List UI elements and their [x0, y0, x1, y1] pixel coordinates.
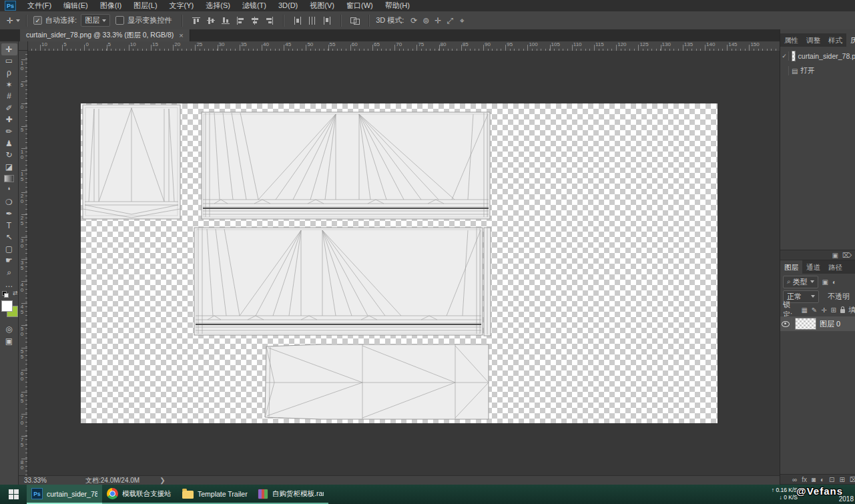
history-snapshot-row[interactable]: ✓ curtain_sider_78.p	[780, 49, 855, 63]
taskbar-item-photoshop[interactable]: Pscurtain_sider_78.p...	[27, 485, 102, 504]
new-snapshot-icon[interactable]: ▣	[832, 252, 838, 259]
history-brush-source-box[interactable]	[780, 66, 789, 75]
distribute-vertical-centers-icon[interactable]	[306, 15, 319, 27]
tool-preset-chevron-icon[interactable]	[16, 19, 20, 22]
rectangle-tool[interactable]: ▢	[1, 243, 17, 255]
ruler-origin-corner[interactable]	[19, 41, 28, 51]
lock-pixels-icon[interactable]: ✎	[812, 306, 817, 314]
history-brush-source-box[interactable]: ✓	[780, 51, 789, 61]
type-tool[interactable]: T	[1, 220, 17, 232]
3d-drag-icon[interactable]: ✛	[432, 16, 444, 25]
distribute-top-edges-icon[interactable]	[291, 15, 304, 27]
network-speed-monitor[interactable]: ↑ 0.16 K/S ↓ 0 K/S	[772, 487, 798, 501]
spot-healing-brush-tool[interactable]: ✚	[1, 114, 17, 126]
delete-state-icon[interactable]: ⌦	[842, 252, 852, 259]
zoom-tool[interactable]: ⌕	[1, 266, 17, 278]
quick-mask-button[interactable]: ◎	[1, 323, 17, 335]
magic-wand-tool[interactable]: ✶	[1, 79, 17, 91]
screen-mode-button[interactable]: ▣	[1, 335, 17, 347]
panel-tab-0[interactable]: 属性	[780, 33, 802, 47]
lock-position-icon[interactable]: ✛	[821, 306, 826, 314]
history-state-row[interactable]: ▤ 打开	[780, 64, 855, 77]
link-layers-icon[interactable]: ∞	[792, 476, 797, 483]
zoom-level-field[interactable]: 33.33%	[24, 477, 59, 484]
show-transform-checkbox[interactable]	[115, 16, 124, 25]
layers-tab-1[interactable]: 通道	[802, 260, 824, 274]
lock-transparency-icon[interactable]: ▦	[801, 306, 807, 314]
pen-tool[interactable]: ✒	[1, 208, 17, 220]
canvas-work-area[interactable]	[28, 51, 780, 475]
default-colors-icon[interactable]	[2, 291, 9, 297]
menu-item-4[interactable]: 文字(Y)	[164, 0, 200, 11]
3d-scale-icon[interactable]: ⌖	[456, 16, 468, 25]
left-ruler[interactable]: 10505101520253035404550556065707580	[19, 51, 28, 475]
foreground-color-swatch[interactable]	[1, 300, 13, 312]
panel-tab-3[interactable]: 历史记录	[846, 33, 855, 47]
menu-item-0[interactable]: 文件(F)	[21, 0, 57, 11]
path-selection-tool[interactable]: ↖	[1, 232, 17, 244]
auto-select-checkbox[interactable]: ✓	[33, 16, 42, 25]
3d-rotate-icon[interactable]: ⟳	[408, 16, 420, 25]
crop-tool[interactable]: #	[1, 90, 17, 102]
layer-group-icon[interactable]: ⊡	[829, 476, 834, 483]
edit-toolbar-button[interactable]: …	[1, 278, 17, 290]
menu-item-2[interactable]: 图像(I)	[94, 0, 127, 11]
taskbar-item-winrar[interactable]: 自购货柜模板.rar	[253, 485, 328, 504]
document-tab[interactable]: curtain_sider_78.png @ 33.3% (图层 0, RGB/…	[20, 29, 190, 41]
move-tool[interactable]: ✛	[1, 43, 17, 55]
adjustment-layer-icon[interactable]: ◐	[820, 476, 824, 483]
status-options-arrow-icon[interactable]: ❯	[160, 477, 165, 484]
3d-roll-icon[interactable]: ⊚	[420, 16, 432, 25]
new-layer-icon[interactable]: ⊞	[839, 476, 844, 483]
gradient-tool[interactable]	[1, 173, 17, 185]
panel-tab-1[interactable]: 调整	[802, 33, 824, 47]
delete-layer-icon[interactable]: ⌦	[850, 476, 855, 483]
app-icon[interactable]: Ps	[5, 1, 16, 11]
filter-adjustment-layers-icon[interactable]: ◐	[832, 278, 836, 286]
menu-item-8[interactable]: 视图(V)	[304, 0, 340, 11]
eraser-tool[interactable]: ◪	[1, 161, 17, 173]
filter-pixel-layers-icon[interactable]: ▣	[822, 278, 828, 286]
blur-tool[interactable]: ❛	[1, 184, 17, 196]
menu-item-5[interactable]: 选择(S)	[200, 0, 236, 11]
start-button[interactable]	[0, 485, 27, 504]
layer-filter-dropdown[interactable]: ⌕ 类型	[783, 276, 818, 288]
eyedropper-tool[interactable]: ✐	[1, 102, 17, 114]
brush-tool[interactable]: ✏	[1, 125, 17, 138]
menu-item-1[interactable]: 编辑(E)	[57, 0, 94, 11]
align-horizontal-centers-icon[interactable]	[248, 15, 262, 27]
auto-align-layers-icon[interactable]	[348, 15, 362, 27]
align-top-edges-icon[interactable]	[190, 15, 203, 27]
menu-item-7[interactable]: 3D(D)	[272, 0, 304, 11]
history-brush-tool[interactable]: ↻	[1, 149, 17, 161]
menu-item-3[interactable]: 图层(L)	[127, 0, 163, 11]
taskbar-item-explorer[interactable]: Template Trailer ...	[178, 485, 253, 504]
lock-all-icon[interactable]	[840, 309, 845, 313]
layer-thumbnail[interactable]	[795, 318, 816, 330]
lasso-tool[interactable]: ρ	[1, 67, 17, 79]
layers-tab-2[interactable]: 路径	[824, 260, 846, 274]
layer-row[interactable]: 图层 0	[780, 316, 855, 331]
menu-item-9[interactable]: 窗口(W)	[340, 0, 379, 11]
distribute-bottom-edges-icon[interactable]	[320, 15, 334, 27]
hand-tool[interactable]: ☛	[1, 255, 17, 267]
auto-select-dropdown[interactable]: 图层	[81, 14, 110, 27]
panel-tab-2[interactable]: 样式	[824, 33, 846, 47]
3d-slide-icon[interactable]: ⤢	[444, 16, 456, 25]
taskbar-item-chrome[interactable]: 模载联合支援站 - ...	[102, 485, 178, 504]
lock-artboard-icon[interactable]: ⊞	[831, 306, 836, 314]
align-bottom-edges-icon[interactable]	[219, 15, 232, 27]
align-vertical-centers-icon[interactable]	[204, 15, 218, 27]
layers-tab-0[interactable]: 图层	[780, 260, 802, 274]
align-left-edges-icon[interactable]	[234, 15, 247, 27]
close-icon[interactable]: ×	[179, 31, 183, 39]
menu-item-6[interactable]: 滤镜(T)	[236, 0, 272, 11]
layer-mask-icon[interactable]: ◙	[812, 476, 816, 483]
align-right-edges-icon[interactable]	[263, 15, 276, 27]
clone-stamp-tool[interactable]: ♟	[1, 138, 17, 150]
rectangular-marquee-tool[interactable]: ▭	[1, 55, 17, 67]
menu-item-10[interactable]: 帮助(H)	[379, 0, 416, 11]
document-canvas[interactable]	[81, 103, 718, 423]
top-ruler[interactable]: 1050510152025303540455055606570758085909…	[28, 41, 780, 51]
layer-visibility-toggle[interactable]	[780, 318, 792, 330]
